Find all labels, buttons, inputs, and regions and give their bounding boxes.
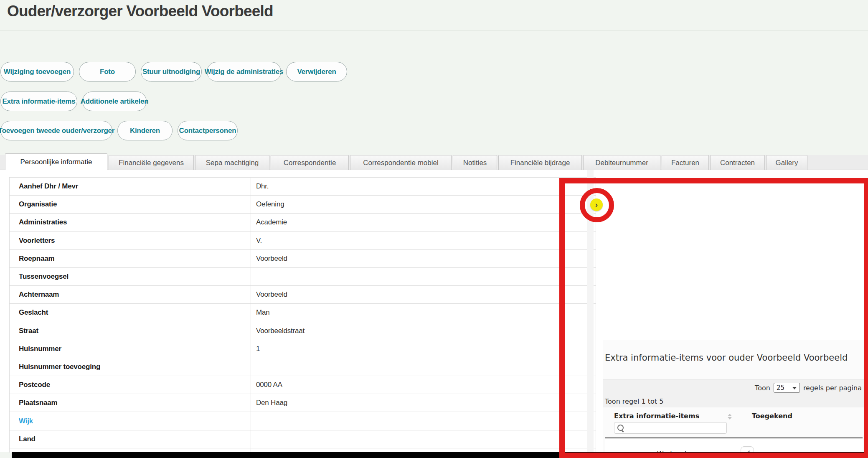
column-header-toegekend: Toegekend bbox=[752, 412, 792, 420]
title-divider bbox=[0, 30, 868, 31]
panel-expand-toggle-button[interactable]: › bbox=[590, 198, 603, 211]
button-row-3: Toevoegen tweede ouder/verzorger Kindere… bbox=[0, 121, 238, 140]
table-row: Postcode0000 AA bbox=[10, 376, 596, 394]
tab-debiteurnummer[interactable]: Debiteurnummer bbox=[583, 155, 660, 170]
stuur-uitnodiging-button[interactable]: Stuur uitnodiging bbox=[141, 62, 202, 81]
additionele-artikelen-button[interactable]: Additionele artikelen bbox=[82, 92, 147, 111]
page-title: Ouder/verzorger Voorbeeld Voorbeeld bbox=[7, 3, 273, 20]
bottom-black-bar bbox=[12, 452, 868, 458]
sort-icon[interactable] bbox=[728, 414, 732, 420]
table-row: Tussenvoegsel bbox=[10, 268, 596, 286]
table-row-wijk: Wijk bbox=[10, 412, 596, 430]
toevoegen-tweede-ouder-button[interactable]: Toevoegen tweede ouder/verzorger bbox=[0, 121, 112, 140]
table-row: Huisnummer1 bbox=[10, 340, 596, 358]
button-row-2: Extra informatie-items Additionele artik… bbox=[0, 92, 147, 111]
tab-financiele-gegevens[interactable]: Financiële gegevens bbox=[109, 155, 194, 170]
table-row: GeslachtMan bbox=[10, 304, 596, 322]
search-icon bbox=[617, 425, 624, 431]
table-row: AdministratiesAcademie bbox=[10, 214, 596, 232]
tab-sepa-machtiging[interactable]: Sepa machtiging bbox=[195, 155, 269, 170]
panel-controls-strip: Toon 25 regels per pagina Toon regel 1 t… bbox=[603, 379, 868, 407]
page-length-select[interactable]: 25 bbox=[774, 383, 800, 393]
button-row-1: Wijziging toevoegen Foto Stuur uitnodigi… bbox=[0, 62, 347, 81]
search-input[interactable] bbox=[624, 423, 726, 434]
column-search-box bbox=[614, 422, 727, 434]
chevron-down-icon bbox=[792, 387, 797, 389]
contactpersonen-button[interactable]: Contactpersonen bbox=[178, 121, 238, 140]
table-row: PlaatsnaamDen Haag bbox=[10, 394, 596, 412]
table-row: Aanhef Dhr / MevrDhr. bbox=[10, 178, 596, 196]
verwijderen-button[interactable]: Verwijderen bbox=[286, 62, 347, 81]
tab-gallery[interactable]: Gallery bbox=[766, 155, 807, 170]
panel-title: Extra informatie-items voor ouder Voorbe… bbox=[605, 353, 848, 363]
extra-informatie-panel: Extra informatie-items voor ouder Voorbe… bbox=[603, 340, 868, 458]
tab-financiele-bijdrage[interactable]: Financiële bijdrage bbox=[498, 155, 582, 170]
length-suffix-label: regels per pagina bbox=[803, 384, 862, 392]
table-row: VoorlettersV. bbox=[10, 232, 596, 250]
table-row: RoepnaamVoorbeeld bbox=[10, 250, 596, 268]
tab-notities[interactable]: Notities bbox=[453, 155, 497, 170]
wijk-link[interactable]: Wijk bbox=[10, 412, 251, 430]
tab-content-panel: Aanhef Dhr / MevrDhr. OrganisatieOefenin… bbox=[0, 170, 868, 452]
column-header-extra-items[interactable]: Extra informatie-items bbox=[614, 412, 699, 420]
table-row: Huisnummer toevoeging bbox=[10, 358, 596, 376]
panel-gap-strip bbox=[587, 170, 594, 452]
tab-bar: Persoonlijke informatie Financiële gegev… bbox=[0, 155, 868, 170]
extra-informatie-items-button[interactable]: Extra informatie-items bbox=[0, 92, 77, 111]
wijziging-toevoegen-button[interactable]: Wijziging toevoegen bbox=[0, 62, 74, 81]
tab-contracten[interactable]: Contracten bbox=[710, 155, 765, 170]
kinderen-button[interactable]: Kinderen bbox=[117, 121, 173, 140]
table-row: AchternaamVoorbeeld bbox=[10, 286, 596, 304]
chevron-right-icon: › bbox=[595, 201, 598, 209]
tab-correspondentie[interactable]: Correspondentie bbox=[271, 155, 349, 170]
table-info-text: Toon regel 1 tot 5 bbox=[605, 397, 663, 405]
table-row: Land bbox=[10, 430, 596, 448]
page-length-control: Toon 25 regels per pagina bbox=[755, 383, 862, 393]
person-info-table: Aanhef Dhr / MevrDhr. OrganisatieOefenin… bbox=[9, 177, 596, 453]
tab-persoonlijke-informatie[interactable]: Persoonlijke informatie bbox=[5, 153, 107, 170]
table-row: OrganisatieOefening bbox=[10, 196, 596, 214]
wijzig-administraties-button[interactable]: Wijzig de administraties bbox=[207, 62, 281, 81]
foto-button[interactable]: Foto bbox=[79, 62, 136, 81]
length-prefix-label: Toon bbox=[755, 384, 770, 392]
table-row: StraatVoorbeeldstraat bbox=[10, 322, 596, 340]
tab-correspondentie-mobiel[interactable]: Correspondentie mobiel bbox=[350, 155, 452, 170]
tab-facturen[interactable]: Facturen bbox=[662, 155, 709, 170]
